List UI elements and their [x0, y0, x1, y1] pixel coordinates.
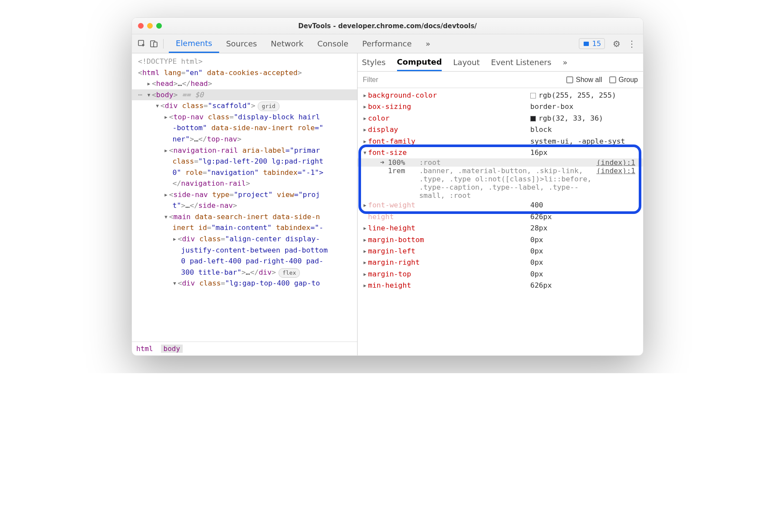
show-all-checkbox[interactable]: Show all	[566, 76, 602, 84]
tab-styles[interactable]: Styles	[362, 53, 386, 71]
elements-panel: <!DOCTYPE html> <html lang="en" data-coo…	[132, 53, 358, 355]
computed-list[interactable]: ▸ background-colorrgb(255, 255, 255) ▸ b…	[358, 88, 643, 355]
tab-network[interactable]: Network	[264, 34, 310, 53]
filter-row: Filter Show all Group	[358, 72, 643, 88]
tab-computed[interactable]: Computed	[397, 53, 442, 71]
breadcrumb-html[interactable]: html	[136, 345, 153, 353]
tab-elements[interactable]: Elements	[169, 34, 219, 53]
devtools-window: { "title": "DevTools - developer.chrome.…	[131, 17, 644, 356]
dom-tree[interactable]: <!DOCTYPE html> <html lang="en" data-coo…	[132, 53, 357, 342]
layout-badge-grid[interactable]: grid	[258, 102, 279, 111]
styles-panel: Styles Computed Layout Event Listeners »…	[358, 53, 643, 355]
more-menu-icon[interactable]: ⋮	[624, 39, 640, 49]
titlebar: DevTools - developer.chrome.com/docs/dev…	[132, 18, 643, 34]
styles-tabs-overflow[interactable]: »	[563, 53, 568, 71]
issues-icon	[583, 40, 590, 47]
window-title: DevTools - developer.chrome.com/docs/dev…	[132, 22, 643, 30]
svg-rect-3	[584, 42, 589, 46]
group-checkbox[interactable]: Group	[609, 76, 638, 84]
filter-input[interactable]: Filter	[363, 76, 378, 84]
tabs-overflow[interactable]: »	[419, 34, 437, 53]
device-toolbar-icon[interactable]	[149, 39, 159, 49]
main-tabs: Elements Sources Network Console Perform…	[132, 34, 643, 53]
doctype: <!DOCTYPE html>	[138, 57, 203, 66]
inspect-element-icon[interactable]	[137, 39, 147, 49]
goto-source-icon[interactable]: ➜	[380, 158, 384, 167]
issues-count: 15	[592, 39, 601, 48]
breadcrumb-body[interactable]: body	[161, 345, 183, 353]
issues-badge[interactable]: 15	[579, 38, 605, 49]
breadcrumbs[interactable]: html body	[132, 342, 357, 355]
svg-rect-2	[154, 42, 157, 47]
font-size-trace-1[interactable]: ➜100%:root(index):1	[358, 158, 643, 167]
font-size-trace-2[interactable]: ➜1rem.banner, .material-button, .skip-li…	[358, 167, 643, 200]
selected-node[interactable]: ⋯ ▾<body> == $0	[132, 89, 357, 101]
settings-icon[interactable]: ⚙	[609, 39, 624, 49]
tab-performance[interactable]: Performance	[355, 34, 419, 53]
tab-console[interactable]: Console	[310, 34, 355, 53]
styles-tabs: Styles Computed Layout Event Listeners »	[358, 53, 643, 72]
tab-sources[interactable]: Sources	[219, 34, 264, 53]
layout-badge-flex[interactable]: flex	[279, 268, 300, 278]
tab-event-listeners[interactable]: Event Listeners	[491, 53, 552, 71]
tab-layout[interactable]: Layout	[453, 53, 479, 71]
prop-font-size[interactable]: ▾ font-size16px	[358, 147, 643, 158]
